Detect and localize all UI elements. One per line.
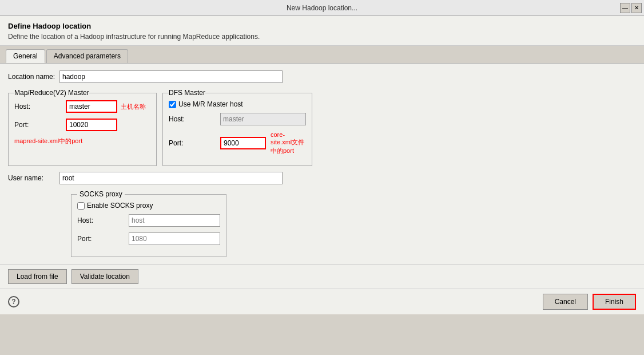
window-controls: — ✕ — [620, 3, 642, 13]
close-button[interactable]: ✕ — [631, 3, 642, 13]
location-name-row: Location name: — [8, 70, 636, 83]
dfs-host-input[interactable] — [220, 113, 306, 125]
socks-host-row: Host: — [77, 214, 220, 227]
socks-port-input[interactable] — [129, 232, 220, 245]
socks-port-row: Port: — [77, 232, 220, 245]
enable-socks-checkbox[interactable] — [77, 202, 85, 210]
dfs-master-legend: DFS Master — [169, 89, 205, 97]
cancel-button[interactable]: Cancel — [543, 294, 588, 310]
location-name-label: Location name: — [8, 73, 59, 81]
dfs-master-group: DFS Master Use M/R Master host Host: Por… — [162, 89, 312, 166]
define-hadoop-title: Define Hadoop location — [8, 22, 636, 30]
mr-master-legend: Map/Reduce(V2) Master — [14, 89, 89, 97]
user-name-label: User name: — [8, 174, 59, 182]
socks-proxy-group: SOCKS proxy Enable SOCKS proxy Host: Por… — [71, 190, 226, 257]
mr-port-input[interactable] — [66, 119, 117, 131]
tab-advanced-parameters[interactable]: Advanced parameters — [46, 49, 128, 63]
use-mr-master-checkbox[interactable] — [169, 101, 176, 108]
dialog-header: Define Hadoop location Define the locati… — [0, 16, 644, 46]
bottom-right-actions: Cancel Finish — [543, 294, 636, 310]
mr-host-input[interactable] — [66, 100, 117, 113]
title-bar: New Hadoop location... — ✕ — [0, 0, 644, 16]
bottom-bar: ? Cancel Finish — [0, 289, 644, 314]
dfs-port-annotation: core-site.xml文件中的port — [271, 131, 306, 155]
dfs-port-label: Port: — [169, 139, 220, 147]
use-mr-master-row: Use M/R Master host — [169, 100, 306, 108]
socks-host-label: Host: — [77, 216, 129, 224]
dfs-port-input[interactable] — [220, 137, 266, 149]
use-mr-master-label: Use M/R Master host — [178, 100, 243, 108]
socks-legend: SOCKS proxy — [77, 190, 125, 198]
footer-actions: Load from file Validate location — [0, 264, 644, 289]
dialog-description: Define the location of a Hadoop infrastr… — [8, 33, 636, 41]
location-name-input[interactable] — [59, 70, 283, 83]
masters-row: Map/Reduce(V2) Master Host: 主机名称 Port: m… — [8, 89, 636, 166]
mr-master-group: Map/Reduce(V2) Master Host: 主机名称 Port: m… — [8, 89, 157, 166]
mr-port-annotation: mapred-site.xml中的port — [14, 137, 82, 144]
main-form-area: Location name: Map/Reduce(V2) Master Hos… — [0, 64, 644, 264]
mr-host-row: Host: 主机名称 — [14, 100, 150, 113]
mr-host-label: Host: — [14, 102, 66, 111]
minimize-button[interactable]: — — [620, 3, 630, 13]
help-button[interactable]: ? — [8, 296, 19, 307]
socks-port-label: Port: — [77, 235, 129, 243]
dialog-title-bar: New Hadoop location... — [287, 4, 357, 12]
mr-port-row: Port: — [14, 119, 150, 131]
enable-socks-label: Enable SOCKS proxy — [87, 202, 153, 210]
user-name-row: User name: — [8, 172, 636, 184]
enable-socks-row: Enable SOCKS proxy — [77, 202, 220, 210]
mr-port-label: Port: — [14, 121, 66, 129]
dfs-port-row: Port: core-site.xml文件中的port — [169, 131, 306, 155]
mr-host-annotation: 主机名称 — [121, 102, 146, 111]
tab-bar: General Advanced parameters — [0, 46, 644, 64]
finish-button[interactable]: Finish — [593, 294, 636, 310]
dfs-host-label: Host: — [169, 115, 220, 123]
validate-location-button[interactable]: Validate location — [71, 269, 138, 284]
user-name-input[interactable] — [59, 172, 283, 184]
socks-host-input[interactable] — [129, 214, 220, 227]
tab-general[interactable]: General — [6, 49, 45, 63]
dfs-host-row: Host: — [169, 113, 306, 125]
load-from-file-button[interactable]: Load from file — [8, 269, 67, 284]
